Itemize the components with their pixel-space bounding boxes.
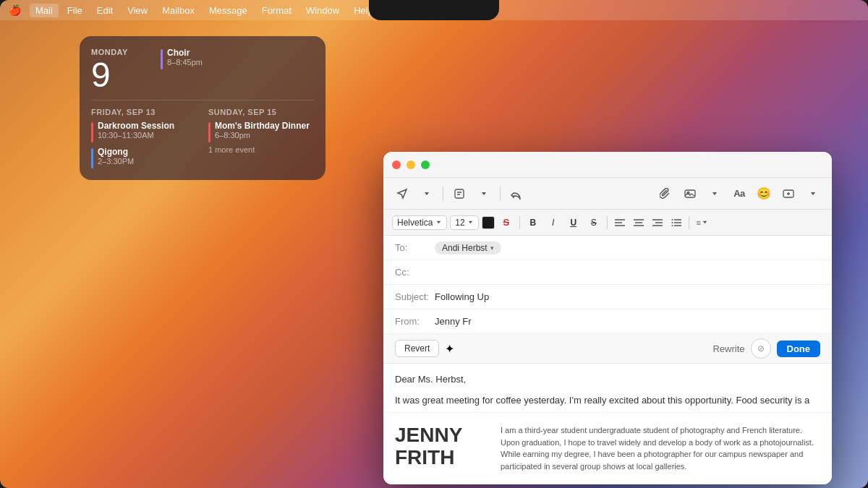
minimize-button[interactable] xyxy=(407,160,415,169)
format-bar: Helvetica 12 S B I U S xyxy=(383,210,832,236)
from-value[interactable]: Jenny Fr xyxy=(435,316,820,327)
cc-field-row: Cc: xyxy=(383,260,832,285)
cal-section-fri: FRIDAY, SEP 13 xyxy=(91,108,197,116)
cal-event-darkroom: Darkroom Session 10:30–11:30AM xyxy=(91,121,197,142)
cal-more-events: 1 more event xyxy=(208,145,314,154)
subject-field-row: Subject: Following Up xyxy=(383,285,832,309)
cal-event-qigong: Qigong 2–3:30PM xyxy=(91,147,197,168)
fonts-button[interactable]: Aa xyxy=(729,184,749,204)
svg-point-19 xyxy=(671,222,673,223)
from-field-row: From: Jenny Fr xyxy=(383,309,832,334)
menubar-mail[interactable]: Mail xyxy=(30,4,59,17)
cal-section-sun: SUNDAY, SEP 15 xyxy=(208,108,314,116)
cv-section: JENNY FRITH I am a third-year student un… xyxy=(383,412,832,484)
subject-value[interactable]: Following Up xyxy=(435,291,820,302)
svg-point-21 xyxy=(671,225,673,226)
svg-point-17 xyxy=(671,219,673,221)
cal-event-time-birthday: 6–8:30pm xyxy=(215,131,310,140)
emoji-button[interactable]: 😊 xyxy=(754,184,774,204)
fmt-sep-3 xyxy=(689,216,689,229)
underline-button[interactable]: U xyxy=(565,214,582,231)
cv-name: JENNY FRITH xyxy=(395,424,489,473)
strikethrough-indicator[interactable]: S xyxy=(498,214,515,231)
send-button[interactable] xyxy=(392,184,412,204)
send-dropdown[interactable] xyxy=(417,184,437,204)
more-format-button[interactable]: ≡ xyxy=(694,214,711,231)
close-button[interactable] xyxy=(392,160,401,169)
maximize-button[interactable] xyxy=(421,160,430,169)
align-center-button[interactable] xyxy=(631,215,647,231)
font-size-select[interactable]: 12 xyxy=(450,215,478,230)
to-label: To: xyxy=(395,242,435,253)
camera-notch xyxy=(369,0,499,20)
menubar-file[interactable]: File xyxy=(61,4,88,17)
cal-event-title-choir: Choir xyxy=(167,48,203,58)
list-button[interactable] xyxy=(668,215,684,231)
strikethrough-button[interactable]: S xyxy=(585,214,603,231)
note-dropdown[interactable] xyxy=(474,184,494,204)
subject-label: Subject: xyxy=(395,291,435,302)
cal-event-birthday: Mom's Birthday Dinner 6–8:30pm xyxy=(208,121,314,142)
cal-event-bar-qigong xyxy=(91,148,93,168)
cal-event-bar-choir xyxy=(161,49,163,69)
menubar-format[interactable]: Format xyxy=(256,4,297,17)
align-left-button[interactable] xyxy=(612,215,628,231)
cc-label: Cc: xyxy=(395,267,435,278)
photo-button[interactable] xyxy=(680,184,700,204)
cal-event-bar-darkroom xyxy=(91,122,93,142)
photo-dropdown[interactable] xyxy=(705,184,725,204)
reply-button[interactable] xyxy=(506,184,527,204)
menubar-edit[interactable]: Edit xyxy=(91,4,119,17)
screen: 🍎 Mail File Edit View Mailbox Message Fo… xyxy=(0,0,868,488)
cal-event-time-choir: 8–8:45pm xyxy=(167,58,203,67)
bold-button[interactable]: B xyxy=(524,214,542,231)
done-button[interactable]: Done xyxy=(777,341,821,357)
fmt-sep-1 xyxy=(519,216,520,229)
cal-event-choir: Choir 8–8:45pm xyxy=(161,48,314,69)
menubar-view[interactable]: View xyxy=(122,4,153,17)
sparkle-icon[interactable]: ✦ xyxy=(445,342,454,356)
email-paragraph-1: It was great meeting for coffee yesterda… xyxy=(395,393,820,412)
mail-compose-window: Aa 😊 Helvetica 12 xyxy=(383,152,832,484)
revert-button[interactable]: Revert xyxy=(395,340,439,357)
cal-event-title-qigong: Qigong xyxy=(98,147,134,157)
image-dropdown[interactable] xyxy=(803,184,823,204)
toolbar-sep-2 xyxy=(500,187,501,201)
menubar-window[interactable]: Window xyxy=(300,4,345,17)
fmt-sep-2 xyxy=(607,216,608,229)
image-insert-button[interactable] xyxy=(778,184,799,204)
email-greeting: Dear Ms. Herbst, xyxy=(395,372,820,388)
to-field-row: To: Andi Herbst ▾ xyxy=(383,236,832,260)
window-titlebar xyxy=(383,152,832,178)
svg-rect-0 xyxy=(455,189,464,198)
cal-event-time-darkroom: 10:30–11:30AM xyxy=(98,131,174,140)
menubar-mailbox[interactable]: Mailbox xyxy=(156,4,200,17)
from-label: From: xyxy=(395,316,435,327)
cal-day-number: 9 xyxy=(91,58,149,93)
menubar-message[interactable]: Message xyxy=(203,4,253,17)
note-button[interactable] xyxy=(449,184,469,204)
calendar-widget: MONDAY 9 Choir 8–8:45pm FRIDAY, SEP 13 xyxy=(80,36,326,180)
text-color-swatch[interactable] xyxy=(482,216,495,229)
rewrite-label: Rewrite xyxy=(712,343,744,354)
rewrite-cancel-button[interactable]: ⊘ xyxy=(751,338,771,359)
align-right-button[interactable] xyxy=(650,215,665,231)
cal-event-title-darkroom: Darkroom Session xyxy=(98,121,174,131)
cal-event-bar-birthday xyxy=(208,122,210,142)
apple-menu[interactable]: 🍎 xyxy=(9,4,21,16)
cal-event-time-qigong: 2–3:30PM xyxy=(98,157,134,166)
email-fields: To: Andi Herbst ▾ Cc: Subject: Following… xyxy=(383,236,832,334)
rewrite-bar: Revert ✦ Rewrite ⊘ Done xyxy=(383,334,832,364)
font-family-select[interactable]: Helvetica xyxy=(392,215,447,230)
mail-toolbar: Aa 😊 xyxy=(383,178,832,210)
email-body[interactable]: Dear Ms. Herbst, It was great meeting fo… xyxy=(383,364,832,412)
cal-divider xyxy=(91,100,314,100)
recipient-name: Andi Herbst xyxy=(442,243,488,253)
toolbar-sep-1 xyxy=(443,187,443,201)
recipient-chevron-icon: ▾ xyxy=(490,244,494,252)
cal-event-title-birthday: Mom's Birthday Dinner xyxy=(215,121,310,131)
recipient-chip[interactable]: Andi Herbst ▾ xyxy=(435,241,501,254)
attach-button[interactable] xyxy=(655,184,676,204)
cv-bio: I am a third-year student undergraduate … xyxy=(501,424,820,473)
italic-button[interactable]: I xyxy=(545,214,562,231)
